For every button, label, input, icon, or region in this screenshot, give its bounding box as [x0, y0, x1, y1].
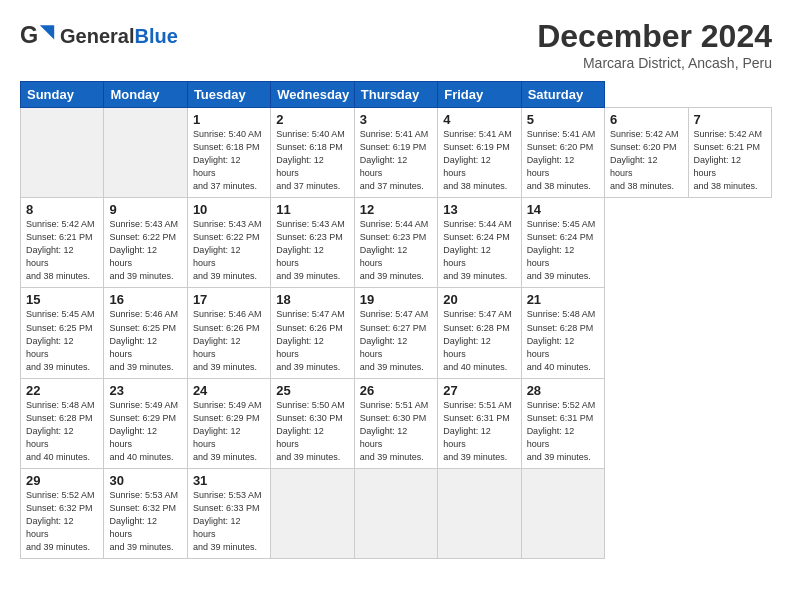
day-info: Sunrise: 5:41 AM Sunset: 6:19 PM Dayligh… [360, 128, 432, 193]
day-number: 16 [109, 292, 181, 307]
svg-text:G: G [20, 22, 38, 48]
day-info: Sunrise: 5:40 AM Sunset: 6:18 PM Dayligh… [276, 128, 348, 193]
day-info: Sunrise: 5:46 AM Sunset: 6:26 PM Dayligh… [193, 308, 265, 373]
day-number: 8 [26, 202, 98, 217]
day-number: 30 [109, 473, 181, 488]
table-cell: 22Sunrise: 5:48 AM Sunset: 6:28 PM Dayli… [21, 378, 104, 468]
day-number: 25 [276, 383, 348, 398]
day-number: 15 [26, 292, 98, 307]
table-cell [271, 468, 354, 558]
col-wednesday: Wednesday [271, 82, 354, 108]
col-sunday: Sunday [21, 82, 104, 108]
week-row-2: 8Sunrise: 5:42 AM Sunset: 6:21 PM Daylig… [21, 198, 772, 288]
day-info: Sunrise: 5:48 AM Sunset: 6:28 PM Dayligh… [26, 399, 98, 464]
col-tuesday: Tuesday [187, 82, 270, 108]
day-info: Sunrise: 5:40 AM Sunset: 6:18 PM Dayligh… [193, 128, 265, 193]
table-cell: 15Sunrise: 5:45 AM Sunset: 6:25 PM Dayli… [21, 288, 104, 378]
table-cell: 26Sunrise: 5:51 AM Sunset: 6:30 PM Dayli… [354, 378, 437, 468]
day-info: Sunrise: 5:43 AM Sunset: 6:22 PM Dayligh… [109, 218, 181, 283]
day-number: 14 [527, 202, 599, 217]
day-info: Sunrise: 5:47 AM Sunset: 6:28 PM Dayligh… [443, 308, 515, 373]
table-cell: 9Sunrise: 5:43 AM Sunset: 6:22 PM Daylig… [104, 198, 187, 288]
day-info: Sunrise: 5:51 AM Sunset: 6:31 PM Dayligh… [443, 399, 515, 464]
table-cell: 28Sunrise: 5:52 AM Sunset: 6:31 PM Dayli… [521, 378, 604, 468]
day-info: Sunrise: 5:47 AM Sunset: 6:27 PM Dayligh… [360, 308, 432, 373]
table-cell: 10Sunrise: 5:43 AM Sunset: 6:22 PM Dayli… [187, 198, 270, 288]
day-number: 28 [527, 383, 599, 398]
day-info: Sunrise: 5:46 AM Sunset: 6:25 PM Dayligh… [109, 308, 181, 373]
table-cell [521, 468, 604, 558]
day-info: Sunrise: 5:53 AM Sunset: 6:32 PM Dayligh… [109, 489, 181, 554]
logo-icon: G [20, 18, 56, 54]
table-cell [104, 108, 187, 198]
header: G GeneralBlue December 2024 Marcara Dist… [20, 18, 772, 71]
table-cell: 12Sunrise: 5:44 AM Sunset: 6:23 PM Dayli… [354, 198, 437, 288]
day-number: 24 [193, 383, 265, 398]
table-cell: 2Sunrise: 5:40 AM Sunset: 6:18 PM Daylig… [271, 108, 354, 198]
day-number: 6 [610, 112, 682, 127]
title-area: December 2024 Marcara District, Ancash, … [537, 18, 772, 71]
logo: G GeneralBlue [20, 18, 178, 54]
table-cell: 21Sunrise: 5:48 AM Sunset: 6:28 PM Dayli… [521, 288, 604, 378]
logo-blue-text: Blue [134, 25, 177, 47]
table-cell: 30Sunrise: 5:53 AM Sunset: 6:32 PM Dayli… [104, 468, 187, 558]
day-info: Sunrise: 5:52 AM Sunset: 6:31 PM Dayligh… [527, 399, 599, 464]
day-number: 7 [694, 112, 767, 127]
day-number: 18 [276, 292, 348, 307]
table-cell: 8Sunrise: 5:42 AM Sunset: 6:21 PM Daylig… [21, 198, 104, 288]
table-cell: 1Sunrise: 5:40 AM Sunset: 6:18 PM Daylig… [187, 108, 270, 198]
table-cell: 20Sunrise: 5:47 AM Sunset: 6:28 PM Dayli… [438, 288, 521, 378]
table-cell: 24Sunrise: 5:49 AM Sunset: 6:29 PM Dayli… [187, 378, 270, 468]
day-number: 27 [443, 383, 515, 398]
day-info: Sunrise: 5:43 AM Sunset: 6:22 PM Dayligh… [193, 218, 265, 283]
table-cell: 4Sunrise: 5:41 AM Sunset: 6:19 PM Daylig… [438, 108, 521, 198]
day-number: 3 [360, 112, 432, 127]
col-friday: Friday [438, 82, 521, 108]
table-cell: 14Sunrise: 5:45 AM Sunset: 6:24 PM Dayli… [521, 198, 604, 288]
svg-marker-1 [40, 25, 54, 39]
day-number: 31 [193, 473, 265, 488]
day-info: Sunrise: 5:43 AM Sunset: 6:23 PM Dayligh… [276, 218, 348, 283]
col-thursday: Thursday [354, 82, 437, 108]
day-info: Sunrise: 5:48 AM Sunset: 6:28 PM Dayligh… [527, 308, 599, 373]
day-info: Sunrise: 5:49 AM Sunset: 6:29 PM Dayligh… [193, 399, 265, 464]
table-cell: 6Sunrise: 5:42 AM Sunset: 6:20 PM Daylig… [605, 108, 688, 198]
calendar-table: Sunday Monday Tuesday Wednesday Thursday… [20, 81, 772, 559]
day-info: Sunrise: 5:41 AM Sunset: 6:19 PM Dayligh… [443, 128, 515, 193]
day-number: 20 [443, 292, 515, 307]
col-saturday: Saturday [521, 82, 604, 108]
day-number: 4 [443, 112, 515, 127]
table-cell: 11Sunrise: 5:43 AM Sunset: 6:23 PM Dayli… [271, 198, 354, 288]
day-info: Sunrise: 5:45 AM Sunset: 6:24 PM Dayligh… [527, 218, 599, 283]
table-cell: 7Sunrise: 5:42 AM Sunset: 6:21 PM Daylig… [688, 108, 772, 198]
location: Marcara District, Ancash, Peru [537, 55, 772, 71]
day-info: Sunrise: 5:47 AM Sunset: 6:26 PM Dayligh… [276, 308, 348, 373]
day-info: Sunrise: 5:42 AM Sunset: 6:20 PM Dayligh… [610, 128, 682, 193]
table-cell: 3Sunrise: 5:41 AM Sunset: 6:19 PM Daylig… [354, 108, 437, 198]
table-cell: 23Sunrise: 5:49 AM Sunset: 6:29 PM Dayli… [104, 378, 187, 468]
day-number: 11 [276, 202, 348, 217]
table-cell: 25Sunrise: 5:50 AM Sunset: 6:30 PM Dayli… [271, 378, 354, 468]
day-info: Sunrise: 5:45 AM Sunset: 6:25 PM Dayligh… [26, 308, 98, 373]
day-number: 21 [527, 292, 599, 307]
day-info: Sunrise: 5:42 AM Sunset: 6:21 PM Dayligh… [694, 128, 767, 193]
table-cell [438, 468, 521, 558]
day-number: 12 [360, 202, 432, 217]
calendar-page: G GeneralBlue December 2024 Marcara Dist… [0, 0, 792, 612]
day-number: 29 [26, 473, 98, 488]
week-row-4: 22Sunrise: 5:48 AM Sunset: 6:28 PM Dayli… [21, 378, 772, 468]
day-info: Sunrise: 5:44 AM Sunset: 6:23 PM Dayligh… [360, 218, 432, 283]
day-number: 26 [360, 383, 432, 398]
header-row: Sunday Monday Tuesday Wednesday Thursday… [21, 82, 772, 108]
day-number: 19 [360, 292, 432, 307]
week-row-1: 1Sunrise: 5:40 AM Sunset: 6:18 PM Daylig… [21, 108, 772, 198]
day-number: 10 [193, 202, 265, 217]
table-cell: 5Sunrise: 5:41 AM Sunset: 6:20 PM Daylig… [521, 108, 604, 198]
day-info: Sunrise: 5:50 AM Sunset: 6:30 PM Dayligh… [276, 399, 348, 464]
logo-general: General [60, 25, 134, 47]
day-info: Sunrise: 5:44 AM Sunset: 6:24 PM Dayligh… [443, 218, 515, 283]
table-cell: 17Sunrise: 5:46 AM Sunset: 6:26 PM Dayli… [187, 288, 270, 378]
day-number: 17 [193, 292, 265, 307]
day-number: 23 [109, 383, 181, 398]
table-cell [354, 468, 437, 558]
